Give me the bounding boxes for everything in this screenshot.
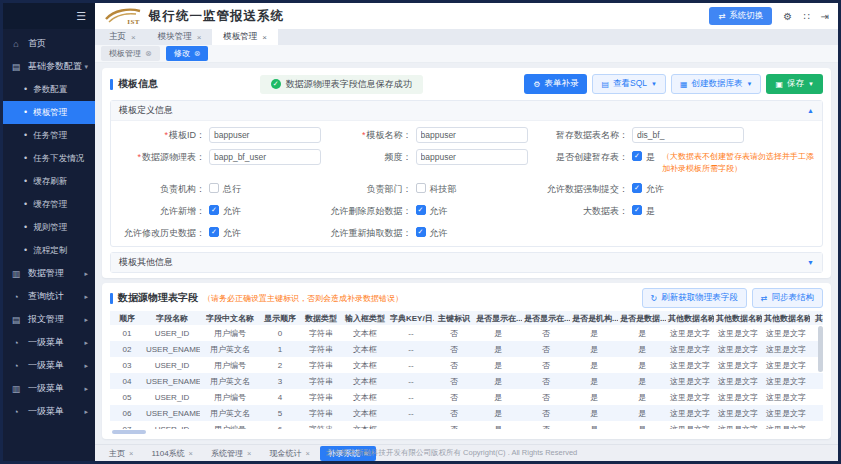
system-switch-button[interactable]: ⇄系统切换 [709, 7, 772, 25]
sidebar-subitem-cache-management[interactable]: • 缓存管理 [3, 193, 95, 216]
close-icon[interactable]: × [262, 33, 267, 42]
datasource-table-input[interactable] [209, 149, 321, 165]
cell-is-data: 是 [618, 357, 666, 373]
field-staging-table-name: 暂存数据表名称： [532, 127, 814, 143]
table-row[interactable]: 02 USER_ENAME 用户英文名 1 字符串 文本框 -- 否 是 否 [110, 341, 823, 357]
field-allow-re-extract: 允许重新抽取数据： ✓ 允许 [326, 225, 531, 241]
cell-input-type: 文本框 [342, 341, 388, 357]
primary-key-warning: （请务必正确设置主键标识，否则会造成补录数据错误） [203, 293, 403, 304]
sidebar-subitem-task-dispatch[interactable]: • 任务下发情况 [3, 147, 95, 170]
fullscreen-icon[interactable]: ∷ [803, 11, 809, 22]
sidebar-item-basic-params[interactable]: ▤ 基础参数配置 ▾ [3, 55, 95, 78]
field-label: 频度： [385, 152, 412, 162]
bottom-tab-cash-statistics[interactable]: 现金统计 × [261, 446, 317, 461]
cell-input-type: 文本框 [342, 325, 388, 341]
bottom-tab-system-management[interactable]: 系统管理 × [203, 446, 259, 461]
create-staging-checkbox[interactable]: ✓ [632, 151, 642, 161]
cell-other-2: 这里是文字 [714, 373, 762, 389]
allow-re-extract-checkbox[interactable]: ✓ [416, 227, 426, 237]
allow-add-checkbox[interactable]: ✓ [209, 205, 219, 215]
sidebar-item-level1-menu-4[interactable]: ◔ 一级菜单 ▸ [3, 400, 95, 423]
force-submit-checkbox[interactable]: ✓ [632, 183, 642, 193]
breadcrumb-chip-edit[interactable]: 修改 ⊗ [166, 46, 209, 61]
close-icon[interactable]: × [189, 449, 193, 458]
close-circle-icon[interactable]: ⊗ [145, 49, 152, 58]
sidebar-item-level1-menu-3[interactable]: ▥ 一级菜单 ▸ [3, 377, 95, 400]
sidebar-subitem-cache-refresh[interactable]: • 缓存刷新 [3, 170, 95, 193]
panel-header[interactable]: 模板其他信息 ▼ [111, 253, 822, 272]
sidebar-item-query-statistics[interactable]: ◔ 查询统计 ▸ [3, 285, 95, 308]
table-row[interactable]: 04 USER_ENAME 用户英文名 3 字符串 文本框 -- 否 是 否 [110, 373, 823, 389]
pie-chart-icon: ◔ [10, 338, 22, 348]
bottom-tab-home[interactable]: 主页 × [101, 446, 141, 461]
dept-checkbox[interactable]: ✓ [416, 183, 426, 193]
cell-is-data: 是 [618, 373, 666, 389]
allow-modify-history-checkbox[interactable]: ✓ [209, 227, 219, 237]
table-row[interactable]: 06 USER_ENAME 用户英文名 5 字符串 文本框 -- 否 是 否 [110, 405, 823, 421]
refresh-fields-button[interactable]: ↻ 刷新获取物理表字段 [642, 288, 747, 308]
tab-home[interactable]: 主页 × [98, 29, 147, 45]
staging-table-input[interactable] [632, 127, 744, 143]
sidebar-item-level1-menu-1[interactable]: ◔ 一级菜单 ▸ [3, 331, 95, 354]
logout-icon[interactable]: ⇥ [821, 11, 829, 22]
big-table-checkbox[interactable]: ✓ [632, 205, 642, 215]
sidebar-item-message-management[interactable]: ▤ 报文管理 ▸ [3, 308, 95, 331]
breadcrumb-chip-template-management[interactable]: 模板管理 ⊗ [101, 46, 160, 61]
template-name-input[interactable] [416, 127, 528, 143]
vertical-scrollbar-thumb[interactable] [818, 326, 823, 372]
column-header: 是否显示在... [474, 311, 522, 325]
close-icon[interactable]: × [247, 449, 251, 458]
frequency-input[interactable] [416, 149, 528, 165]
template-id-input[interactable] [209, 127, 321, 143]
bullet-icon: • [24, 154, 27, 163]
field-allow-add: 允许新增： ✓ 允许 [119, 203, 324, 219]
sidebar-subitem-template-management[interactable]: • 模板管理 [3, 101, 95, 124]
database-table-icon: ▦ [680, 80, 688, 89]
table-row[interactable]: 05 USER_ID 用户编号 4 字符串 文本框 -- 否 是 否 [110, 389, 823, 405]
panel-header[interactable]: 模板定义信息 ▲ [111, 101, 822, 120]
collapse-icon[interactable]: ▲ [807, 107, 814, 114]
close-icon[interactable]: × [131, 33, 136, 42]
checkbox-label: 是 [646, 151, 655, 164]
sidebar-item-data-management[interactable]: ▥ 数据管理 ▸ [3, 262, 95, 285]
collapse-sidebar-icon[interactable]: ☰ [76, 10, 86, 23]
sidebar-subitem-rule-management[interactable]: • 规则管理 [3, 216, 95, 239]
close-circle-icon[interactable]: ⊗ [194, 49, 201, 58]
cell-other-2: 这里是文字 [714, 357, 762, 373]
close-icon[interactable]: × [129, 449, 133, 458]
sidebar-subitem-process-customization[interactable]: • 流程定制 [3, 239, 95, 262]
cell-order: 06 [110, 405, 144, 421]
sidebar-item-level1-menu-2[interactable]: ◔ 一级菜单 ▸ [3, 354, 95, 377]
close-icon[interactable]: × [305, 449, 309, 458]
cell-other-1: 这里是文字 [666, 373, 714, 389]
table-row[interactable]: 01 USER_ID 用户编号 0 字符串 文本框 -- 否 是 否 [110, 325, 823, 341]
table-row[interactable]: 03 USER_ID 用户编号 2 字符串 文本框 -- 否 是 否 [110, 357, 823, 373]
cell-other-2: 这里是文字 [714, 421, 762, 429]
cell-is-data: 是 [618, 389, 666, 405]
expand-icon[interactable]: ▼ [807, 259, 814, 266]
sidebar-subitem-task-management[interactable]: • 任务管理 [3, 124, 95, 147]
sync-structure-button[interactable]: ⇄ 同步表结构 [752, 288, 823, 308]
horizontal-scrollbar-thumb[interactable] [112, 430, 146, 434]
create-db-table-button[interactable]: ▦ 创建数据库表 ▼ [671, 74, 762, 94]
org-checkbox[interactable]: ✓ [209, 183, 219, 193]
cell-field-cn-name: 用户编号 [200, 389, 260, 405]
close-icon[interactable]: × [197, 33, 202, 42]
top-header: IST 银行统一监管报送系统 ⇄系统切换 ⚙ ∷ ⇥ [95, 3, 838, 29]
view-sql-button[interactable]: ▤ 查看SQL ▼ [592, 74, 666, 94]
tab-label: 模板管理 [223, 31, 257, 43]
save-button[interactable]: ▣ 保存 ▼ [766, 74, 823, 94]
allow-delete-checkbox[interactable]: ✓ [416, 205, 426, 215]
bottom-tab-1104-system[interactable]: 1104系统 × [143, 446, 201, 461]
form-backfill-button[interactable]: ⚙ 表单补录 [524, 74, 587, 94]
cell-other-1: 这里是文字 [666, 421, 714, 429]
cell-input-type: 文本框 [342, 421, 388, 429]
sidebar-subitem-param-config[interactable]: • 参数配置 [3, 78, 95, 101]
table-row[interactable]: 07 USER_ID 用户编号 6 字符串 文本框 -- 否 是 否 [110, 421, 823, 429]
checkbox-label: 是 [646, 205, 655, 218]
cell-input-type: 文本框 [342, 373, 388, 389]
tab-template-management[interactable]: 模板管理 × [212, 29, 278, 45]
tab-module-management[interactable]: 模块管理 × [147, 29, 213, 45]
gear-icon[interactable]: ⚙ [783, 11, 792, 22]
sidebar-item-home[interactable]: ⌂ 首页 [3, 32, 95, 55]
